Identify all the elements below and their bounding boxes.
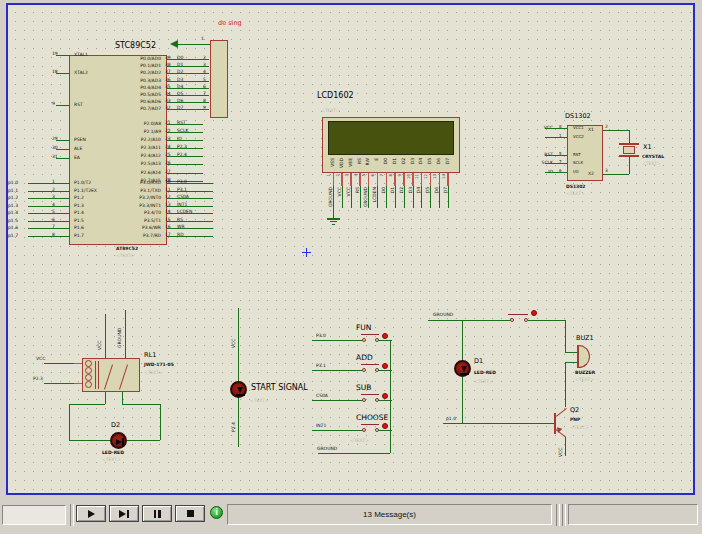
step-button[interactable] bbox=[109, 505, 139, 522]
push-button[interactable]: FUN P3.0 bbox=[312, 324, 394, 354]
pin-row[interactable]: P0.7/AD7 32 D7 9 bbox=[97, 107, 215, 114]
wire[interactable] bbox=[167, 81, 209, 82]
wire[interactable] bbox=[443, 423, 554, 424]
wire[interactable] bbox=[545, 172, 567, 173]
wire[interactable] bbox=[167, 73, 209, 74]
wire[interactable] bbox=[333, 208, 334, 218]
wire[interactable] bbox=[127, 440, 160, 441]
wire[interactable] bbox=[44, 383, 74, 384]
crystal-body[interactable] bbox=[623, 146, 635, 154]
wire[interactable] bbox=[439, 186, 440, 208]
wire[interactable] bbox=[167, 236, 213, 237]
wire[interactable] bbox=[430, 186, 431, 208]
wire[interactable] bbox=[390, 340, 391, 453]
wire[interactable] bbox=[167, 221, 213, 222]
wire[interactable] bbox=[167, 198, 213, 199]
wire[interactable] bbox=[565, 362, 566, 407]
wire[interactable] bbox=[167, 109, 209, 110]
push-button[interactable]: SUB CS0A bbox=[312, 384, 394, 414]
wire[interactable] bbox=[160, 404, 161, 440]
pause-button[interactable] bbox=[142, 505, 172, 522]
wire[interactable] bbox=[167, 206, 213, 207]
wire[interactable] bbox=[333, 186, 334, 208]
wire[interactable] bbox=[312, 340, 364, 341]
wire[interactable] bbox=[44, 363, 74, 364]
led-d1[interactable] bbox=[454, 360, 471, 377]
wire[interactable] bbox=[69, 404, 70, 440]
info-icon[interactable]: i bbox=[210, 506, 223, 519]
wire[interactable] bbox=[28, 228, 70, 229]
pin-column[interactable]: D3 10 D3 bbox=[409, 157, 418, 213]
pin-column[interactable]: D0 7 D0 bbox=[382, 157, 391, 213]
wire[interactable] bbox=[105, 392, 106, 404]
wire[interactable] bbox=[122, 392, 123, 404]
pin-column[interactable]: D2 9 D2 bbox=[400, 157, 409, 213]
wire[interactable] bbox=[167, 132, 203, 133]
wire[interactable] bbox=[178, 44, 210, 45]
wire[interactable] bbox=[565, 437, 566, 456]
wire[interactable] bbox=[377, 186, 378, 208]
wire[interactable] bbox=[238, 308, 239, 447]
wire[interactable] bbox=[565, 320, 566, 353]
wire[interactable] bbox=[386, 186, 387, 208]
wire[interactable] bbox=[56, 55, 70, 56]
wire[interactable] bbox=[167, 59, 209, 60]
wire[interactable] bbox=[318, 453, 390, 454]
wire[interactable] bbox=[368, 186, 369, 208]
wire[interactable] bbox=[125, 310, 126, 358]
pin-column[interactable]: E 6 LCDEN bbox=[373, 157, 382, 213]
wire[interactable] bbox=[545, 155, 567, 156]
led-start-signal[interactable] bbox=[230, 381, 247, 398]
wire[interactable] bbox=[565, 352, 577, 353]
wire[interactable] bbox=[167, 88, 209, 89]
wire[interactable] bbox=[312, 370, 364, 371]
wire[interactable] bbox=[167, 173, 203, 174]
wire[interactable] bbox=[28, 198, 70, 199]
wire[interactable] bbox=[545, 128, 567, 129]
wire[interactable] bbox=[448, 186, 449, 208]
wire[interactable] bbox=[28, 213, 70, 214]
wire[interactable] bbox=[122, 404, 160, 405]
wire[interactable] bbox=[167, 164, 203, 165]
play-button[interactable] bbox=[76, 505, 106, 522]
button-actuator[interactable] bbox=[382, 333, 388, 339]
message-panel[interactable]: 13 Message(s) bbox=[227, 504, 552, 525]
pin-column[interactable]: D4 11 D4 bbox=[417, 157, 426, 213]
wire[interactable] bbox=[167, 140, 203, 141]
button-actuator[interactable] bbox=[531, 310, 537, 316]
wire[interactable] bbox=[428, 320, 510, 321]
wire[interactable] bbox=[528, 320, 565, 321]
led-d2[interactable] bbox=[110, 432, 127, 449]
button-actuator[interactable] bbox=[382, 423, 388, 429]
wire[interactable] bbox=[69, 404, 105, 405]
wire[interactable] bbox=[167, 183, 213, 184]
wire[interactable] bbox=[69, 440, 110, 441]
wire[interactable] bbox=[28, 183, 70, 184]
pin-column[interactable]: D6 13 D6 bbox=[435, 157, 444, 213]
wire[interactable] bbox=[545, 163, 567, 164]
pin-column[interactable]: D7 14 D7 bbox=[444, 157, 453, 213]
wire[interactable] bbox=[167, 95, 209, 96]
stop-button[interactable] bbox=[175, 505, 205, 522]
wire[interactable] bbox=[28, 206, 70, 207]
button-actuator[interactable] bbox=[382, 393, 388, 399]
wire[interactable] bbox=[629, 130, 630, 144]
wire[interactable] bbox=[545, 137, 567, 138]
wire[interactable] bbox=[105, 314, 106, 358]
wire[interactable] bbox=[56, 140, 70, 141]
wire[interactable] bbox=[56, 149, 70, 150]
wire[interactable] bbox=[421, 186, 422, 208]
wire[interactable] bbox=[603, 174, 629, 175]
connector-body[interactable] bbox=[210, 40, 228, 118]
pin-column[interactable]: D1 8 D1 bbox=[391, 157, 400, 213]
pin-column[interactable]: VDD 2 VCC bbox=[338, 157, 347, 213]
wire[interactable] bbox=[167, 148, 203, 149]
wire[interactable] bbox=[167, 228, 213, 229]
wire[interactable] bbox=[167, 156, 203, 157]
wire[interactable] bbox=[167, 102, 209, 103]
wire[interactable] bbox=[603, 130, 629, 131]
wire[interactable] bbox=[28, 191, 70, 192]
pin-row[interactable]: P3.7/RD 17 RD bbox=[97, 234, 215, 242]
wire[interactable] bbox=[56, 73, 70, 74]
button-actuator[interactable] bbox=[382, 363, 388, 369]
